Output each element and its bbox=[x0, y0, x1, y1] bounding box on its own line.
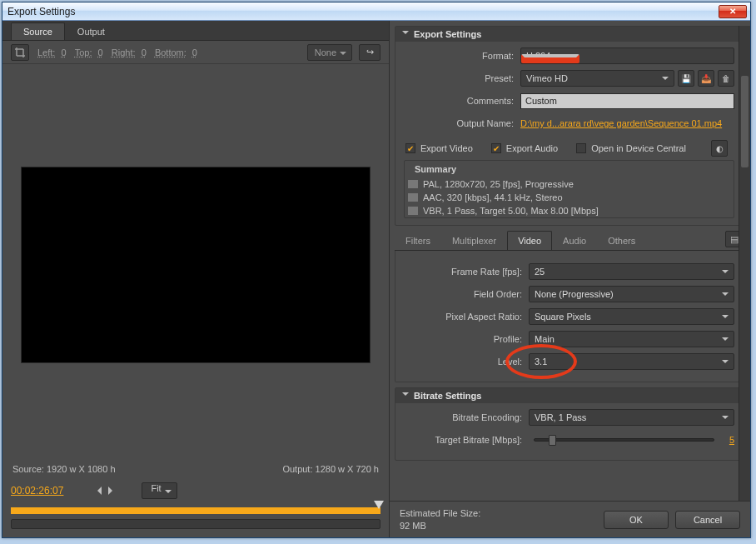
fieldorder-value: None (Progressive) bbox=[535, 289, 614, 299]
bitrate-encoding-label: Bitrate Encoding: bbox=[404, 412, 529, 422]
crop-bottom-label: Bottom: bbox=[155, 47, 187, 57]
titlebar[interactable]: Export Settings ✕ bbox=[2, 2, 750, 21]
preset-select[interactable]: Vimeo HD bbox=[520, 70, 674, 87]
settings-scrollbar[interactable] bbox=[739, 26, 750, 501]
profile-label: Profile: bbox=[404, 334, 529, 344]
format-select[interactable]: H.264 bbox=[520, 47, 734, 64]
import-preset-icon[interactable]: 📥 bbox=[698, 70, 714, 87]
profile-select[interactable]: Main bbox=[529, 331, 734, 347]
export-settings-title: Export Settings bbox=[414, 29, 481, 39]
preset-value: Vimeo HD bbox=[526, 73, 568, 83]
video-settings-section: Frame Rate [fps]:25 Field Order:None (Pr… bbox=[395, 251, 744, 382]
save-preset-icon[interactable]: 💾 bbox=[678, 70, 694, 87]
preview-canvas bbox=[21, 167, 371, 363]
crop-mode-select[interactable]: None bbox=[307, 44, 352, 61]
slider-thumb[interactable] bbox=[549, 435, 556, 446]
bitrate-settings-section: Bitrate Settings Bitrate Encoding:VBR, 1… bbox=[395, 387, 744, 461]
crop-left-value[interactable]: 0 bbox=[61, 47, 66, 57]
filesize-label: Estimated File Size: bbox=[400, 507, 480, 519]
export-video-checkbox[interactable]: ✔ bbox=[405, 143, 415, 153]
footer-row: Estimated File Size: 92 MB OK Cancel bbox=[390, 501, 750, 537]
chevron-down-icon[interactable] bbox=[402, 31, 409, 37]
crop-top-label: Top: bbox=[75, 47, 92, 57]
format-value: H.264 bbox=[526, 51, 550, 61]
step-forward-icon[interactable] bbox=[108, 487, 117, 495]
level-select[interactable]: 3.1 bbox=[529, 353, 734, 370]
timeline[interactable] bbox=[11, 507, 380, 514]
par-label: Pixel Aspect Ratio: bbox=[404, 312, 529, 322]
preview-tabstrip: Source Output bbox=[2, 21, 389, 41]
delete-preset-icon[interactable]: 🗑 bbox=[718, 70, 734, 87]
subtab-filters[interactable]: Filters bbox=[395, 231, 441, 250]
subtab-audio[interactable]: Audio bbox=[552, 231, 597, 250]
target-bitrate-slider[interactable] bbox=[534, 438, 714, 442]
export-audio-checkbox[interactable]: ✔ bbox=[491, 143, 501, 153]
profile-value: Main bbox=[535, 334, 555, 344]
step-back-icon[interactable] bbox=[93, 487, 102, 495]
format-label: Format: bbox=[404, 51, 520, 61]
summary-video: PAL, 1280x720, 25 [fps], Progressive bbox=[405, 177, 734, 191]
crop-values: Left: 0 Top: 0 Right: 0 Bottom: 0 bbox=[36, 47, 199, 57]
chevron-down-icon[interactable] bbox=[402, 392, 409, 399]
crop-toolbar: Left: 0 Top: 0 Right: 0 Bottom: 0 None ↪ bbox=[2, 41, 389, 64]
window-close-button[interactable]: ✕ bbox=[719, 5, 747, 18]
open-device-central-label: Open in Device Central bbox=[591, 143, 686, 153]
subtab-others[interactable]: Others bbox=[597, 231, 646, 250]
bitrate-settings-title: Bitrate Settings bbox=[414, 391, 481, 401]
playhead-icon[interactable] bbox=[374, 501, 384, 514]
level-value: 3.1 bbox=[535, 357, 547, 367]
fieldorder-select[interactable]: None (Progressive) bbox=[529, 286, 734, 302]
source-dimensions: Source: 1920 w X 1080 h bbox=[12, 464, 116, 474]
cancel-button[interactable]: Cancel bbox=[675, 511, 740, 529]
subtab-multiplexer[interactable]: Multiplexer bbox=[441, 231, 507, 250]
zoom-select[interactable]: Fit bbox=[142, 482, 177, 499]
summary-bitrate: VBR, 1 Pass, Target 5.00, Max 8.00 [Mbps… bbox=[405, 204, 734, 217]
export-settings-window: Export Settings ✕ Source Output Left: 0 … bbox=[2, 2, 751, 538]
comments-label: Comments: bbox=[404, 96, 520, 106]
output-name-label: Output Name: bbox=[404, 118, 520, 128]
filesize-value: 92 MB bbox=[400, 520, 480, 532]
bitrate-encoding-value: VBR, 1 Pass bbox=[535, 412, 586, 422]
crop-left-label: Left: bbox=[37, 47, 55, 57]
framerate-value: 25 bbox=[535, 267, 545, 277]
export-settings-section: Export Settings Format: H.264 Preset: Vi… bbox=[395, 26, 744, 226]
crop-reset-button[interactable]: ↪ bbox=[359, 44, 380, 61]
target-bitrate-label: Target Bitrate [Mbps]: bbox=[404, 435, 529, 445]
ok-button[interactable]: OK bbox=[604, 511, 669, 529]
timeline-scrollbar[interactable] bbox=[11, 519, 380, 529]
scrollbar-thumb[interactable] bbox=[741, 76, 749, 167]
framerate-label: Frame Rate [fps]: bbox=[404, 267, 529, 277]
fieldorder-label: Field Order: bbox=[404, 289, 529, 299]
summary-audio: AAC, 320 [kbps], 44.1 kHz, Stereo bbox=[405, 191, 734, 204]
export-video-label: Export Video bbox=[420, 143, 473, 153]
device-central-icon[interactable]: ◐ bbox=[711, 140, 728, 157]
par-value: Square Pixels bbox=[535, 312, 591, 322]
subtab-video[interactable]: Video bbox=[507, 231, 552, 250]
crop-bottom-value[interactable]: 0 bbox=[192, 47, 197, 57]
output-dimensions: Output: 1280 w X 720 h bbox=[282, 464, 379, 474]
settings-panel: Export Settings Format: H.264 Preset: Vi… bbox=[390, 21, 750, 537]
open-device-central-checkbox[interactable] bbox=[576, 143, 586, 153]
transport-controls: 00:02:26:07 Fit bbox=[2, 479, 389, 537]
comments-input[interactable] bbox=[520, 93, 734, 109]
window-title: Export Settings bbox=[6, 6, 719, 17]
crop-icon[interactable] bbox=[11, 44, 29, 61]
crop-right-value[interactable]: 0 bbox=[142, 47, 147, 57]
settings-subtabs: Filters Multiplexer Video Audio Others ▤ bbox=[395, 231, 744, 251]
crop-top-value[interactable]: 0 bbox=[98, 47, 103, 57]
framerate-select[interactable]: 25 bbox=[529, 263, 734, 280]
bitrate-encoding-select[interactable]: VBR, 1 Pass bbox=[529, 409, 734, 426]
tab-output[interactable]: Output bbox=[65, 22, 117, 40]
tab-source[interactable]: Source bbox=[11, 22, 65, 40]
preview-panel: Source Output Left: 0 Top: 0 Right: 0 Bo… bbox=[2, 21, 390, 537]
par-select[interactable]: Square Pixels bbox=[529, 308, 734, 325]
output-name-link[interactable]: D:\my d...arara rd\vege garden\Sequence … bbox=[520, 118, 734, 128]
target-bitrate-value[interactable]: 5 bbox=[719, 435, 734, 445]
timecode[interactable]: 00:02:26:07 bbox=[11, 485, 63, 497]
export-audio-label: Export Audio bbox=[506, 143, 558, 153]
level-label: Level: bbox=[404, 357, 529, 367]
summary-title: Summary bbox=[415, 164, 456, 174]
preset-label: Preset: bbox=[404, 73, 520, 83]
crop-right-label: Right: bbox=[112, 47, 136, 57]
